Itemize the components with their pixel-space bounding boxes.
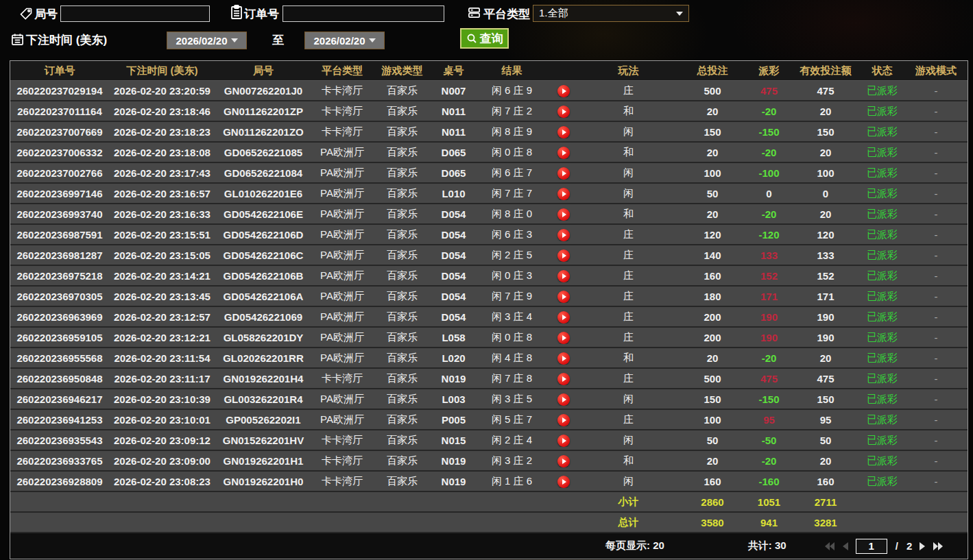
table-row: 260220237002766 2026-02-20 23:17:43 GD06… <box>10 163 968 184</box>
platform-cell: PA欧洲厅 <box>311 269 373 282</box>
status-cell: 已派彩 <box>860 372 904 385</box>
bet-time-cell: 2026-02-20 23:10:39 <box>109 393 215 405</box>
total-bet-cell: 20 <box>678 455 747 467</box>
play-type-cell: 闲 <box>579 393 678 406</box>
replay-play-button[interactable] <box>557 270 570 282</box>
page-input[interactable] <box>856 539 887 554</box>
chevron-down-icon <box>369 38 376 42</box>
replay-play-button[interactable] <box>557 414 570 426</box>
table-row: 260220236997146 2026-02-20 23:16:57 GL01… <box>10 184 968 204</box>
replay-play-button[interactable] <box>557 106 570 118</box>
status-cell: 已派彩 <box>860 311 904 324</box>
total-pages: 2 <box>906 540 912 552</box>
total-bet-cell: 160 <box>678 476 747 487</box>
valid-bet-cell: 95 <box>791 414 860 426</box>
bet-time-cell: 2026-02-20 23:20:59 <box>109 85 215 97</box>
platform-cell: PA欧洲厅 <box>311 290 373 303</box>
replay-play-button[interactable] <box>557 373 570 385</box>
table-no-cell: D054 <box>431 270 476 282</box>
order-no-cell: 260220236955568 <box>10 352 109 364</box>
replay-play-button[interactable] <box>557 455 570 467</box>
play-type-cell: 庄 <box>579 372 678 385</box>
play-icon <box>562 376 566 382</box>
replay-play-button[interactable] <box>557 435 570 447</box>
replay-play-button[interactable] <box>557 126 570 138</box>
replay-play-button[interactable] <box>557 332 570 344</box>
payout-cell: -150 <box>747 393 791 405</box>
first-page-icon[interactable] <box>824 542 835 550</box>
result-cell: 闲 2 庄 5 <box>476 249 548 262</box>
play-icon <box>562 232 566 238</box>
round-no-cell: GD06526221085 <box>215 147 311 158</box>
last-page-icon[interactable] <box>933 542 944 550</box>
valid-bet-cell: 0 <box>791 188 860 199</box>
replay-cell <box>548 331 579 344</box>
search-button[interactable]: 查询 <box>460 28 509 49</box>
play-icon <box>562 191 566 197</box>
search-icon <box>466 33 477 44</box>
valid-bet-cell: 120 <box>791 229 860 241</box>
date-to-select[interactable]: 2026/02/20 <box>304 32 385 49</box>
replay-play-button[interactable] <box>557 147 570 159</box>
total-bet-cell: 200 <box>678 311 747 323</box>
table-row: 260220237029194 2026-02-20 23:20:59 GN00… <box>10 81 968 101</box>
round-no-cell: GD0542622106B <box>215 270 311 282</box>
game-mode-cell: - <box>904 352 968 364</box>
total-bet-cell: 20 <box>678 208 747 220</box>
payout-cell: 152 <box>747 270 791 282</box>
game-mode-cell: - <box>904 167 968 179</box>
payout-cell: -160 <box>747 476 791 487</box>
replay-cell <box>548 352 579 365</box>
result-cell: 闲 0 庄 3 <box>476 269 548 282</box>
replay-play-button[interactable] <box>557 311 570 324</box>
payout-cell: -150 <box>747 126 791 138</box>
order-no-cell: 260220236963969 <box>10 311 109 323</box>
grand-total-bet: 3580 <box>678 517 747 528</box>
platform-type-select[interactable]: 1.全部 <box>533 5 689 22</box>
status-cell: 已派彩 <box>860 454 904 467</box>
game-type-cell: 百家乐 <box>373 352 431 365</box>
grand-total-row: 总计 3580 941 3281 <box>10 513 968 533</box>
total-bet-cell: 140 <box>678 249 747 261</box>
bet-time-cell: 2026-02-20 23:12:21 <box>109 332 215 343</box>
previous-page-icon[interactable] <box>842 542 849 550</box>
table-no-cell: N011 <box>431 106 476 117</box>
payout-cell: -100 <box>747 167 791 179</box>
replay-play-button[interactable] <box>557 476 570 488</box>
order-no-cell: 260220236970305 <box>10 291 109 302</box>
subtotal-payout: 1051 <box>747 496 791 508</box>
game-mode-cell: - <box>904 249 968 261</box>
column-header: 有效投注额 <box>791 64 860 77</box>
replay-play-button[interactable] <box>557 229 570 241</box>
round-no-cell: GD0542622106A <box>215 291 311 302</box>
total-bet-cell: 150 <box>678 393 747 405</box>
bet-time-cell: 2026-02-20 23:10:01 <box>109 414 215 426</box>
order-no-input[interactable] <box>283 5 444 22</box>
replay-play-button[interactable] <box>557 352 570 365</box>
column-header: 桌号 <box>431 64 476 77</box>
replay-play-button[interactable] <box>557 208 570 221</box>
replay-play-button[interactable] <box>557 167 570 180</box>
replay-play-button[interactable] <box>557 85 570 97</box>
replay-play-button[interactable] <box>557 291 570 303</box>
status-cell: 已派彩 <box>860 434 904 447</box>
bet-time-cell: 2026-02-20 23:11:17 <box>109 373 215 385</box>
chevron-down-icon <box>231 38 238 42</box>
replay-play-button[interactable] <box>557 188 570 200</box>
valid-bet-cell: 475 <box>791 85 860 97</box>
next-page-icon[interactable] <box>919 542 926 550</box>
payout-cell: 95 <box>747 414 791 426</box>
total-bet-cell: 120 <box>678 229 747 241</box>
table-no-cell: L020 <box>431 352 476 364</box>
table-no-cell: N019 <box>431 455 476 467</box>
platform-cell: 卡卡湾厅 <box>311 84 373 97</box>
play-type-cell: 和 <box>579 105 678 118</box>
search-button-label: 查询 <box>480 31 503 47</box>
date-from-select[interactable]: 2026/02/20 <box>167 32 247 49</box>
replay-play-button[interactable] <box>557 249 570 262</box>
play-type-cell: 闲 <box>579 187 678 200</box>
bet-time-cell: 2026-02-20 23:11:54 <box>109 352 215 364</box>
round-no-input[interactable] <box>60 5 210 22</box>
valid-bet-cell: 160 <box>791 476 860 487</box>
replay-play-button[interactable] <box>557 393 570 406</box>
